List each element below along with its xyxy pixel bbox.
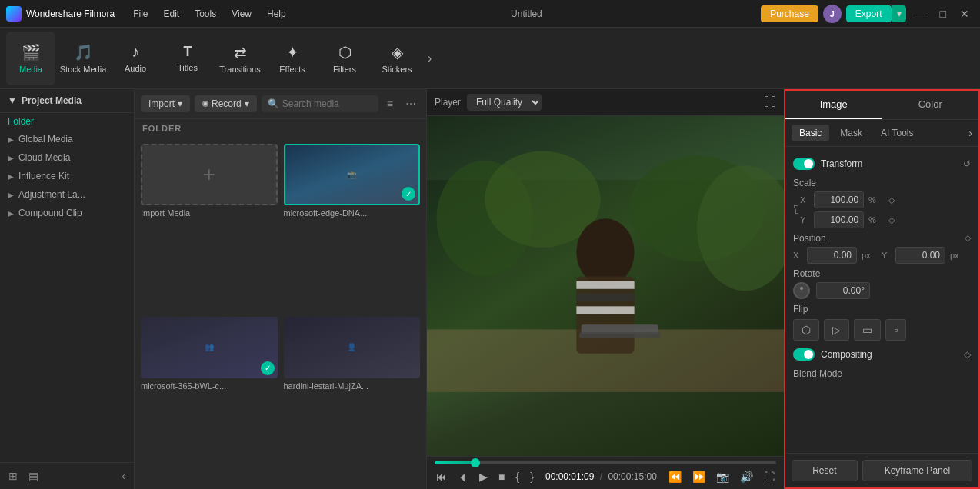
folder-active[interactable]: Folder [0, 113, 134, 130]
subtab-ai-tools[interactable]: AI Tools [873, 125, 921, 141]
export-wrapper: Export ▾ [846, 5, 906, 22]
project-media-header[interactable]: ▼ Project Media [0, 89, 134, 113]
sidebar-item-influence-kit[interactable]: ▶ Influence Kit [0, 167, 134, 185]
menu-edit[interactable]: Edit [158, 7, 186, 21]
player-preview-svg [427, 116, 784, 456]
scale-x-input[interactable] [814, 191, 864, 208]
tab-image[interactable]: Image [785, 91, 882, 119]
close-button[interactable]: ✕ [955, 6, 974, 22]
new-folder-button[interactable]: ⊞ [5, 467, 22, 484]
filter-icon[interactable]: ≡ [383, 95, 397, 112]
minimize-button[interactable]: — [911, 6, 931, 22]
rotate-input[interactable] [816, 282, 870, 299]
quality-select[interactable]: Full Quality [467, 94, 542, 111]
prev-clip-button[interactable]: ⏪ [667, 469, 683, 484]
compositing-toggle[interactable] [793, 348, 815, 361]
step-back-button[interactable]: ⏴ [456, 469, 470, 484]
flip-copy-button[interactable]: ▭ [854, 319, 881, 341]
scale-row: ⌐ └ X % ◇ Y % ◇ [793, 190, 971, 230]
sidebar-item-cloud-media[interactable]: ▶ Cloud Media [0, 148, 134, 167]
toolbar-titles[interactable]: T Titles [163, 32, 212, 85]
time-display: 00:00:01:09 / 00:00:15:00 [545, 471, 657, 482]
tab-color[interactable]: Color [882, 91, 979, 119]
toolbar-stickers[interactable]: ◈ Stickers [372, 32, 422, 85]
media-thumbnail[interactable]: 👥 ✓ [141, 317, 278, 378]
export-dropdown-arrow[interactable]: ▾ [892, 5, 906, 22]
position-x-input[interactable] [807, 247, 857, 264]
toolbar-stock-media[interactable]: 🎵 Stock Media [58, 32, 108, 85]
media-panel: Import ▾ Record ▾ 🔍 ≡ ⋯ FOLDER + Impor [135, 89, 427, 489]
media-toolbar: Import ▾ Record ▾ 🔍 ≡ ⋯ [135, 89, 426, 119]
app-name: Wondershare Filmora [26, 8, 115, 19]
player-controls: ⏮ ⏴ ▶ ■ { } 00:00:01:09 / 00:00:15:00 ⏪ … [427, 456, 784, 489]
checkmark-badge: ✓ [402, 187, 415, 201]
toolbar-audio[interactable]: ♪ Audio [111, 32, 160, 85]
subtab-mask[interactable]: Mask [832, 125, 870, 141]
position-y-input[interactable] [895, 247, 945, 264]
flip-reset-button[interactable]: ▫ [885, 319, 906, 341]
search-box[interactable]: 🔍 [262, 95, 378, 112]
maximize-button[interactable]: □ [935, 6, 951, 22]
zoom-button[interactable]: ⛶ [762, 469, 776, 484]
list-item[interactable]: 📸 ✓ microsoft-edge-DNA... [284, 144, 421, 311]
flip-horizontal-button[interactable]: ⬡ [793, 319, 819, 341]
position-reset-button[interactable]: ◇ [965, 233, 971, 243]
scale-y-reset-button[interactable]: ◇ [888, 215, 895, 225]
media-thumbnail[interactable]: 📸 ✓ [284, 144, 421, 205]
skip-to-start-button[interactable]: ⏮ [435, 469, 448, 484]
menu-tools[interactable]: Tools [188, 7, 222, 21]
scale-link-icon[interactable]: ⌐ └ [793, 202, 798, 218]
reset-button[interactable]: Reset [792, 460, 858, 481]
collapse-left-button[interactable]: ‹ [118, 467, 129, 484]
adjustment-label: Adjustment La... [18, 189, 85, 200]
volume-button[interactable]: 🔊 [738, 469, 755, 484]
toolbar-transitions[interactable]: ⇄ Transitions [215, 32, 265, 85]
menu-file[interactable]: File [127, 7, 154, 21]
scale-x-reset-button[interactable]: ◇ [888, 195, 895, 205]
user-avatar[interactable]: J [823, 5, 842, 23]
subtab-basic[interactable]: Basic [792, 125, 829, 141]
purchase-button[interactable]: Purchase [761, 5, 818, 22]
import-media-thumb[interactable]: + [141, 144, 278, 205]
search-input[interactable] [282, 98, 372, 109]
plus-icon: + [203, 162, 215, 187]
import-button[interactable]: Import ▾ [141, 95, 190, 112]
mark-out-button[interactable]: } [528, 469, 535, 484]
keyframe-panel-button[interactable]: Keyframe Panel [862, 460, 972, 481]
toolbar-more-button[interactable]: › [425, 48, 435, 68]
list-view-button[interactable]: ▤ [25, 467, 42, 484]
play-button[interactable]: ▶ [478, 469, 489, 484]
compositing-reset-icon[interactable]: ◇ [964, 349, 971, 360]
menu-help[interactable]: Help [261, 7, 292, 21]
cloud-media-label: Cloud Media [18, 152, 70, 163]
transform-toggle[interactable] [793, 158, 815, 170]
rotate-knob[interactable] [793, 282, 810, 299]
export-button[interactable]: Export [846, 5, 892, 22]
svg-rect-12 [579, 332, 660, 338]
sidebar-item-global-media[interactable]: ▶ Global Media [0, 130, 134, 148]
toolbar-effects[interactable]: ✦ Effects [268, 32, 317, 85]
toolbar-filters[interactable]: ⬡ Filters [320, 32, 369, 85]
next-clip-button[interactable]: ⏩ [691, 469, 707, 484]
sidebar-item-compound-clip[interactable]: ▶ Compound Clip [0, 204, 134, 222]
fullscreen-button[interactable]: ⛶ [764, 95, 776, 109]
toolbar-media[interactable]: 🎬 Media [6, 32, 55, 85]
stop-button[interactable]: ■ [497, 469, 506, 484]
list-item[interactable]: 👥 ✓ microsoft-365-bWL-c... [141, 317, 278, 484]
mark-in-button[interactable]: { [514, 469, 521, 484]
more-options-icon[interactable]: ⋯ [402, 95, 420, 112]
sidebar-item-adjustment[interactable]: ▶ Adjustment La... [0, 185, 134, 204]
list-item[interactable]: + Import Media [141, 144, 278, 311]
subtab-more-icon[interactable]: › [968, 127, 972, 139]
transform-reset-icon[interactable]: ↺ [963, 158, 971, 169]
menu-view[interactable]: View [225, 7, 258, 21]
media-thumbnail[interactable]: 👤 [284, 317, 421, 378]
list-item[interactable]: 👤 hardini-lestari-MujZA... [284, 317, 421, 484]
scale-y-input[interactable] [814, 211, 864, 228]
compositing-label: Compositing [821, 349, 958, 360]
snapshot-button[interactable]: 📷 [715, 469, 731, 484]
progress-bar[interactable] [435, 461, 776, 464]
progress-thumb[interactable] [471, 458, 480, 467]
flip-vertical-button[interactable]: ▷ [824, 319, 849, 341]
record-button[interactable]: Record ▾ [195, 95, 257, 112]
